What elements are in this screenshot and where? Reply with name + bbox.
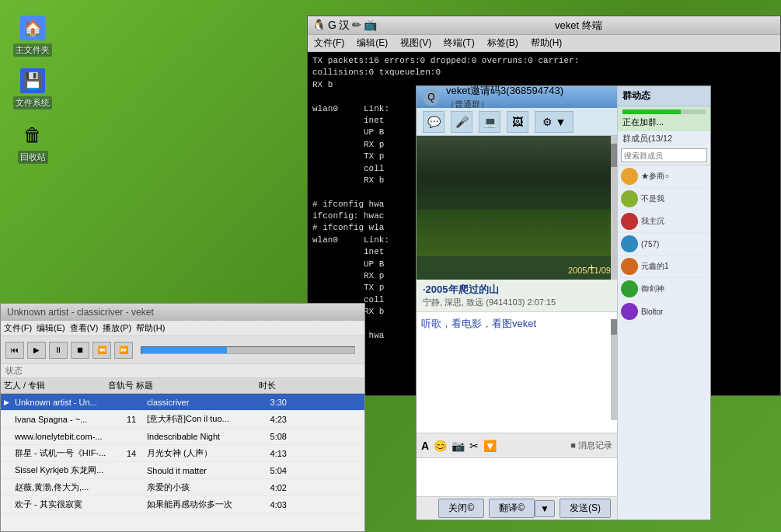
track-artist: 欢子 - 其实很寂寞	[15, 499, 116, 510]
terminal-menu-view[interactable]: 视图(V)	[397, 35, 434, 51]
trash-icon: 🗑	[20, 123, 45, 148]
music-player-titlebar: Unknown artist - classicriver - veket	[1, 304, 364, 321]
chat-scrollbar-thumb[interactable]	[611, 319, 617, 335]
video-scrollbar[interactable]	[611, 136, 617, 280]
close-button[interactable]: 关闭©	[438, 499, 484, 518]
music-player-title: Unknown artist - classicriver - veket	[7, 307, 154, 318]
qq-member-item[interactable]: 元鑫的1	[618, 256, 710, 278]
translate-button-group: 翻译© ▼	[489, 499, 555, 518]
music-row[interactable]: www.lonelytebit.com-... Indescribable Ni…	[1, 428, 364, 445]
terminal-menu-edit[interactable]: 编辑(E)	[354, 35, 391, 51]
qq-member-item[interactable]: Bloltor	[618, 301, 710, 323]
col-header-time: 时长	[245, 380, 276, 391]
qq-video-area: 2005/11/09 +	[417, 136, 617, 280]
prev-button[interactable]: ⏮	[5, 342, 24, 359]
music-row[interactable]: Sissel Kyrkjeb 东龙网... Should it matter 5…	[1, 462, 364, 479]
send-button[interactable]: 发送(S)	[560, 499, 611, 518]
music-row[interactable]: 欢子 - 其实很寂寞 如果能再感动你多一次 4:03	[1, 496, 364, 513]
qq-member-item[interactable]: 不是我	[618, 188, 710, 210]
music-menu-file[interactable]: 文件(F)	[4, 322, 32, 334]
member-name: 御剑神	[641, 283, 664, 294]
terminal-title: veket 终端	[382, 19, 776, 33]
pause-button[interactable]: ⏸	[49, 342, 68, 359]
track-artist: Ivana Spagna - ~...	[15, 415, 116, 424]
track-title: 如果能再感动你多一次	[147, 499, 256, 510]
qq-member-item[interactable]: ★参商○	[618, 165, 710, 188]
track-artist: Unknown artist - Un...	[15, 398, 116, 407]
track-artist: www.lonelytebit.com-...	[15, 432, 116, 441]
terminal-menubar: 文件(F) 编辑(E) 视图(V) 终端(T) 标签(B) 帮助(H)	[308, 35, 780, 52]
image-insert-icon[interactable]: 📷	[452, 440, 465, 452]
terminal-window-controls[interactable]: 🐧 G 汉 ✏ 📺	[312, 19, 377, 33]
qq-input-toolbar: A 😊 📷 ✂ 🔽 ■ 消息记录	[417, 433, 617, 457]
home-folder-icon: 🏠	[20, 16, 45, 40]
col-header-title: 标题	[136, 380, 245, 391]
playback-progress[interactable]	[141, 346, 355, 354]
qq-action-buttons: 关闭© 翻译© ▼ 发送(S)	[417, 496, 617, 520]
chat-icon[interactable]: 💬	[423, 111, 445, 133]
play-button[interactable]: ▶	[27, 342, 46, 359]
qq-member-item[interactable]: 我主沉	[618, 210, 710, 233]
desktop-icon-home[interactable]: 🏠 主文件夹	[8, 16, 58, 57]
image-icon[interactable]: 🖼	[507, 111, 528, 133]
music-menu-view[interactable]: 查看(V)	[70, 322, 99, 334]
more-icon[interactable]: 🔽	[483, 440, 497, 452]
qq-member-list: ★参商○ 不是我 我主沉 (757) 元鑫的1	[618, 165, 710, 520]
member-name: Bloltor	[641, 308, 663, 316]
qq-message-input[interactable]	[417, 457, 617, 496]
music-status: 状态	[1, 364, 364, 378]
qq-titlebar: Q veket邀请码3(368594743) （普通群）	[417, 86, 617, 108]
text-format-a[interactable]: A	[421, 440, 429, 452]
music-row[interactable]: ▶ Unknown artist - Un... classicriver 3:…	[1, 394, 364, 411]
member-name: 我主沉	[641, 216, 664, 227]
qq-group-title: veket邀请码3(368594743)	[446, 85, 563, 96]
video-add-icon[interactable]: +	[588, 261, 595, 275]
translate-dropdown[interactable]: ▼	[535, 500, 555, 517]
stop-button[interactable]: ⏹	[71, 342, 89, 359]
track-title: classicriver	[147, 398, 256, 407]
emoji-icon[interactable]: 😊	[434, 440, 447, 452]
screen-icon[interactable]: 💻	[479, 111, 500, 133]
track-duration: 4:23	[256, 415, 287, 424]
desktop-icon-filesystem[interactable]: 💾 文件系统	[8, 68, 58, 110]
qq-chat-text: 听歌，看电影，看图veket	[421, 317, 612, 331]
terminal-menu-help[interactable]: 帮助(H)	[528, 35, 566, 51]
filesystem-label: 文件系统	[13, 96, 52, 110]
track-artist: 赵薇,黄渤,佟大为,...	[15, 482, 116, 493]
member-search-input[interactable]	[621, 148, 707, 162]
music-row[interactable]: 赵薇,黄渤,佟大为,... 亲爱的小孩 4:02	[1, 479, 364, 496]
next-track-button[interactable]: ⏩	[114, 342, 133, 359]
music-row[interactable]: Ivana Spagna - ~... 11 [意大利语]Con il tuo.…	[1, 411, 364, 428]
translate-button[interactable]: 翻译©	[489, 499, 535, 518]
music-table-header: 艺人 / 专辑 音轨号 标题 时长	[1, 378, 364, 394]
settings-icon[interactable]: ⚙ ▼	[535, 111, 574, 133]
qq-member-item[interactable]: 御剑神	[618, 278, 710, 301]
qq-member-item[interactable]: (757)	[618, 233, 710, 256]
qq-main-panel: Q veket邀请码3(368594743) （普通群） 💬 🎤 💻 🖼 ⚙ ▼	[417, 86, 617, 520]
prev-track-button[interactable]: ⏪	[92, 342, 111, 359]
member-name: ★参商○	[641, 171, 669, 182]
qq-status-area: 正在加群...	[618, 106, 710, 131]
terminal-menu-file[interactable]: 文件(F)	[311, 35, 347, 51]
terminal-menu-tabs[interactable]: 标签(B)	[484, 35, 521, 51]
music-menu-help[interactable]: 帮助(H)	[136, 322, 165, 334]
qq-sidebar-header: 群动态	[618, 86, 710, 106]
qq-song-meta: 宁静, 深思, 致远 (9414103) 2:07:15	[423, 297, 611, 308]
member-name: (757)	[641, 240, 659, 249]
track-artist: 群星 - 试机一号《HIF-...	[15, 447, 116, 459]
message-log-link[interactable]: ■ 消息记录	[570, 440, 612, 451]
music-menu-play[interactable]: 播放(P)	[103, 322, 131, 334]
cut-icon[interactable]: ✂	[469, 440, 479, 452]
video-scrollbar-thumb[interactable]	[611, 144, 617, 167]
track-duration: 4:03	[256, 500, 287, 509]
video-overlay	[417, 136, 617, 280]
chat-scrollbar[interactable]	[611, 319, 617, 420]
music-menu-edit[interactable]: 编辑(E)	[37, 322, 65, 334]
track-artist: Sissel Kyrkjeb 东龙网...	[15, 464, 116, 476]
desktop-icon-trash[interactable]: 🗑 回收站	[8, 123, 58, 164]
music-row[interactable]: 群星 - 试机一号《HIF-... 14 月光女神 (人声） 4:13	[1, 445, 364, 462]
music-track-list: ▶ Unknown artist - Un... classicriver 3:…	[1, 394, 364, 531]
terminal-menu-terminal[interactable]: 终端(T)	[441, 35, 477, 51]
member-name: 不是我	[641, 193, 664, 204]
mic-icon[interactable]: 🎤	[451, 111, 472, 133]
